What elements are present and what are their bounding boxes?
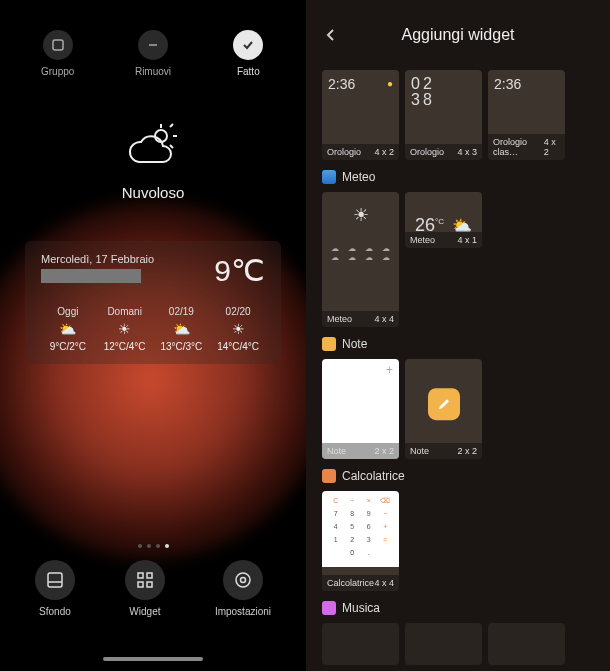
settings-button[interactable]: Impostazioni xyxy=(215,560,271,617)
widget-name: Orologio clas… xyxy=(493,137,544,157)
done-button[interactable]: Fatto xyxy=(218,30,278,77)
forecast-day: 02/19 ⛅ 13°C/3°C xyxy=(155,306,209,352)
widget-name: Note xyxy=(327,446,346,456)
calc-key: ÷ xyxy=(350,497,354,509)
calc-app-icon xyxy=(322,469,336,483)
calc-widget-4x4[interactable]: C÷×⌫789−456+123=0. Calcolatrice4 x 4 xyxy=(322,491,399,591)
widget-list[interactable]: 2:36 ● Orologio4 x 2 02 38 Orologio4 x 3… xyxy=(306,70,610,671)
svg-rect-7 xyxy=(48,573,62,587)
calc-key: × xyxy=(367,497,371,509)
day-temp: 13°C/3°C xyxy=(160,341,202,352)
page-title: Aggiungi widget xyxy=(402,26,515,44)
meteo-app-icon xyxy=(322,170,336,184)
bottom-actions: Sfondo Widget Impostazioni xyxy=(0,548,306,617)
music-widget[interactable] xyxy=(405,623,482,665)
calc-key: ⌫ xyxy=(380,497,390,509)
nav-handle[interactable] xyxy=(103,657,203,661)
calc-key: − xyxy=(383,510,387,522)
weather-widget[interactable]: Mercoledì, 17 Febbraio 9℃ Oggi ⛅ 9°C/2°C… xyxy=(25,241,281,364)
music-app-icon xyxy=(322,601,336,615)
svg-rect-9 xyxy=(138,573,143,578)
note-widget-single[interactable]: Note2 x 2 xyxy=(405,359,482,459)
widget-name: Calcolatrice xyxy=(327,578,374,588)
remove-icon xyxy=(138,30,168,60)
sun-icon: ☀ xyxy=(322,204,399,226)
settings-label: Impostazioni xyxy=(215,606,271,617)
sunny-icon: ☀ xyxy=(232,321,245,337)
wallpaper-button[interactable]: Sfondo xyxy=(35,560,75,617)
meteo-widget-row: ☀ ☁☁☁☁ ☁☁☁☁ Meteo4 x 4 26°C ⛅ Meteo4 x 1 xyxy=(322,192,594,327)
calc-key: = xyxy=(383,536,387,548)
clock-preview: 2:36 xyxy=(488,70,565,98)
back-button[interactable] xyxy=(324,24,338,47)
widget-icon xyxy=(125,560,165,600)
sunny-icon: ☀ xyxy=(118,321,131,337)
clock-hours: 02 xyxy=(411,76,476,92)
gear-icon xyxy=(223,560,263,600)
music-widget-row xyxy=(322,623,594,665)
widget-picker-screen: Aggiungi widget 2:36 ● Orologio4 x 2 02 … xyxy=(306,0,610,671)
forecast-day: 02/20 ☀ 14°C/4°C xyxy=(211,306,265,352)
music-widget[interactable] xyxy=(322,623,399,665)
meteo-widget-4x4[interactable]: ☀ ☁☁☁☁ ☁☁☁☁ Meteo4 x 4 xyxy=(322,192,399,327)
calc-key: + xyxy=(383,523,387,535)
forecast-row: Oggi ⛅ 9°C/2°C Domani ☀ 12°C/4°C 02/19 ⛅… xyxy=(41,306,265,352)
svg-point-13 xyxy=(240,578,245,583)
note-widget-list[interactable]: + Note2 x 2 xyxy=(322,359,399,459)
clock-classic-widget-4x2[interactable]: 2:36 Orologio clas…4 x 2 xyxy=(488,70,565,160)
weather-hero: Nuvoloso xyxy=(0,122,306,201)
clock-widget-4x2[interactable]: 2:36 ● Orologio4 x 2 xyxy=(322,70,399,160)
clock-widget-4x3[interactable]: 02 38 Orologio4 x 3 xyxy=(405,70,482,160)
weather-date: Mercoledì, 17 Febbraio xyxy=(41,253,154,265)
day-label: Domani xyxy=(107,306,141,317)
widget-size: 2 x 2 xyxy=(374,446,394,456)
weather-card-header: Mercoledì, 17 Febbraio 9℃ xyxy=(41,253,265,288)
music-widget[interactable] xyxy=(488,623,565,665)
clock-widget-row: 2:36 ● Orologio4 x 2 02 38 Orologio4 x 3… xyxy=(322,70,594,160)
group-icon xyxy=(43,30,73,60)
svg-rect-11 xyxy=(138,582,143,587)
clock-time: 2:36 xyxy=(494,76,521,92)
clock-time: 2:36 xyxy=(328,76,355,92)
remove-button[interactable]: Rimuovi xyxy=(123,30,183,77)
calc-key: 1 xyxy=(334,536,338,548)
current-temp: 9℃ xyxy=(214,253,265,288)
clock-minutes: 38 xyxy=(411,92,476,108)
meteo-widget-4x1[interactable]: 26°C ⛅ Meteo4 x 1 xyxy=(405,192,482,248)
day-label: Oggi xyxy=(57,306,78,317)
calc-widget-row: C÷×⌫789−456+123=0. Calcolatrice4 x 4 xyxy=(322,491,594,591)
note-app-icon xyxy=(322,337,336,351)
day-label: 02/19 xyxy=(169,306,194,317)
section-note: Note xyxy=(322,337,594,351)
calc-key: 7 xyxy=(334,510,338,522)
calc-key: 5 xyxy=(350,523,354,535)
clock-preview: 02 38 xyxy=(405,70,482,114)
widget-name: Orologio xyxy=(410,147,444,157)
svg-rect-0 xyxy=(53,40,63,50)
calc-key: . xyxy=(368,549,370,561)
wallpaper-icon xyxy=(35,560,75,600)
calc-key: 0 xyxy=(350,549,354,561)
calc-key: C xyxy=(333,497,338,509)
check-icon xyxy=(233,30,263,60)
widget-size: 2 x 2 xyxy=(457,446,477,456)
calc-key: 6 xyxy=(367,523,371,535)
done-label: Fatto xyxy=(237,66,260,77)
widget-size: 4 x 2 xyxy=(544,137,560,157)
section-label: Meteo xyxy=(342,170,375,184)
remove-label: Rimuovi xyxy=(135,66,171,77)
widget-name: Meteo xyxy=(327,314,352,324)
calc-key: 4 xyxy=(334,523,338,535)
clock-preview: 2:36 ● xyxy=(322,70,399,98)
group-button[interactable]: Gruppo xyxy=(28,30,88,77)
section-label: Musica xyxy=(342,601,380,615)
hourly-icons: ☁☁☁☁ xyxy=(322,244,399,253)
note-widget-row: + Note2 x 2 Note2 x 2 xyxy=(322,359,594,459)
moon-icon: ● xyxy=(387,78,393,89)
top-actions: Gruppo Rimuovi Fatto xyxy=(0,0,306,77)
partly-cloudy-icon: ⛅ xyxy=(173,321,190,337)
widget-button[interactable]: Widget xyxy=(125,560,165,617)
group-label: Gruppo xyxy=(41,66,74,77)
section-label: Calcolatrice xyxy=(342,469,405,483)
calc-keypad: C÷×⌫789−456+123=0. xyxy=(322,491,399,567)
